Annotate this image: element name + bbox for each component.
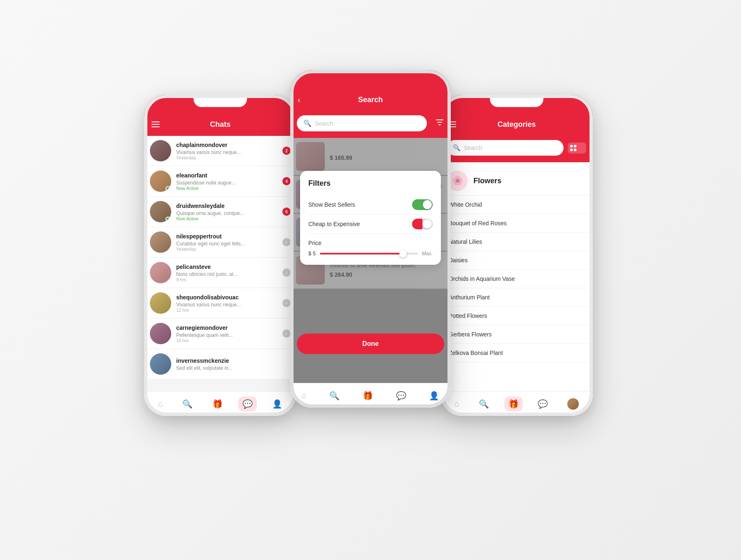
grid-dot [570, 145, 573, 147]
toggle-cheap[interactable] [412, 219, 433, 229]
back-icon[interactable]: ‹ [298, 95, 301, 105]
cat-list-item[interactable]: Anthurium Plant [440, 288, 593, 307]
hamburger-icon[interactable] [151, 121, 160, 127]
chat-item[interactable]: pelicansteve Nunc ultricies nisl justo, … [144, 258, 296, 287]
category-list[interactable]: White Orchid Bouquet of Red Roses Natura… [440, 196, 593, 391]
chat-preview: Suspendisse nulla augue... [176, 180, 277, 186]
search-header: ‹ Search [290, 88, 451, 111]
phone-right: Categories 🔍 Search [440, 95, 593, 416]
chat-time: Yesterday [176, 155, 277, 160]
filter-row-bestsellers: Show Best Sellers [308, 195, 433, 215]
chat-name: invernessmckenzie [176, 357, 291, 364]
toggle-bestsellers[interactable] [412, 199, 433, 210]
nav-profile[interactable]: 👤 [268, 397, 287, 411]
home-icon: ⌂ [158, 399, 163, 408]
filter-button[interactable] [431, 118, 444, 129]
nav-search-right[interactable]: 🔍 [475, 397, 493, 411]
gift-icon: 🎁 [212, 399, 223, 409]
chat-item[interactable]: nilespeppertrout Curabitur eget nunc ege… [144, 227, 296, 257]
chat-name: druidwensleydale [176, 203, 277, 209]
chat-badge: 2 [282, 147, 291, 155]
nav-home-right[interactable]: ⌂ [450, 397, 463, 411]
chat-preview: Nunc ultricies nisl justo, at... [176, 271, 277, 277]
chats-screen: Chats chaplainmondover Vivamus varius nu… [144, 95, 296, 416]
product-list-area: $ 165.99 Fusce blandit ligula nibn crash… [290, 138, 451, 383]
nav-home-icon[interactable]: ⌂ [302, 391, 307, 400]
nav-home[interactable]: ⌂ [154, 397, 167, 411]
gift-icon: 🎁 [508, 399, 519, 409]
cat-search-area: 🔍 Search [440, 136, 593, 162]
nav-search[interactable]: 🔍 [178, 397, 197, 411]
chat-time: 9 hrs [176, 277, 277, 282]
cat-list-item[interactable]: Gerbera Flowers [440, 325, 593, 344]
chat-badge: 6 [282, 208, 291, 216]
filter-popup: Filters Show Best Sellers Cheap to Expen… [300, 171, 441, 265]
filter-label-bestsellers: Show Best Sellers [308, 201, 355, 208]
cat-list-item[interactable]: Orchids in Aquarium Vase [440, 270, 593, 288]
profile-avatar [567, 398, 579, 410]
grid-dot [574, 149, 576, 151]
filter-label-cheap: Cheap to Expensive [308, 221, 360, 227]
chat-list[interactable]: chaplainmondover Vivamus varius nunc neq… [144, 136, 296, 391]
avatar [150, 262, 171, 283]
nav-chat-right[interactable]: 💬 [534, 397, 552, 411]
chat-badge-gray: ✓ [282, 299, 291, 307]
cat-list-item[interactable]: Bouquet of Red Roses [440, 214, 593, 233]
grid-view-button[interactable] [568, 142, 586, 154]
nav-search-icon[interactable]: 🔍 [329, 391, 340, 401]
price-slider[interactable] [320, 253, 418, 254]
toggle-thumb [423, 219, 432, 229]
nav-gift-icon[interactable]: 🎁 [363, 391, 373, 401]
search-title: Search [358, 96, 383, 104]
cat-list-item[interactable]: Potted Flowers [440, 307, 593, 325]
search-input[interactable]: Search [315, 120, 420, 127]
chat-item[interactable]: carnegiemondover Pellentesque quam velit… [144, 319, 296, 348]
chat-time: 14 hrs [176, 338, 277, 343]
cat-list-item[interactable]: Daisies [440, 251, 593, 270]
cat-search-bar[interactable]: 🔍 Search [447, 140, 564, 156]
online-indicator [165, 186, 170, 191]
chat-icon: 💬 [242, 399, 253, 409]
chat-preview: Vivamus varius nunc neque... [176, 302, 277, 308]
avatar [150, 292, 171, 314]
price-min: $ 5 [308, 250, 316, 257]
avatar [150, 323, 171, 344]
done-button[interactable]: Done [297, 334, 444, 354]
chat-info: nilespeppertrout Curabitur eget nunc ege… [176, 233, 277, 252]
chat-preview: Pellentesque quam velit... [176, 332, 277, 338]
nav-gift[interactable]: 🎁 [208, 397, 227, 411]
chats-header: Chats [144, 113, 296, 136]
chat-item[interactable]: chaplainmondover Vivamus varius nunc neq… [144, 136, 296, 166]
chat-name: shequondolisabivouac [176, 294, 277, 301]
categories-screen: Categories 🔍 Search [440, 95, 593, 416]
chat-item[interactable]: eleanorfant Suspendisse nulla augue... N… [144, 166, 296, 196]
chat-info: pelicansteve Nunc ultricies nisl justo, … [176, 264, 277, 282]
cat-list-item[interactable]: Natural Lilies [440, 233, 593, 251]
category-header: 🌸 Flowers [440, 162, 593, 196]
cat-list-item[interactable]: Zelkova Bonsai Plant [440, 344, 593, 362]
bottom-nav-center: ⌂ 🔍 🎁 💬 👤 [290, 383, 451, 408]
cat-search-placeholder: Search [464, 145, 558, 151]
nav-profile-icon[interactable]: 👤 [429, 391, 439, 401]
search-icon: 🔍 [182, 399, 193, 409]
nav-chat-icon[interactable]: 💬 [396, 391, 406, 401]
chat-item[interactable]: shequondolisabivouac Vivamus varius nunc… [144, 288, 296, 318]
search-bar[interactable]: 🔍 Search [297, 115, 427, 131]
nav-gift-right[interactable]: 🎁 [504, 397, 523, 411]
chat-item[interactable]: druidwensleydale Quisque urna augue, con… [144, 197, 296, 226]
chat-preview: Sed elit elit, vulputate in... [176, 365, 291, 371]
flower-icon: 🌸 [452, 175, 463, 186]
chat-time: 12 hrs [176, 308, 277, 313]
cat-search-icon: 🔍 [453, 144, 461, 152]
chat-badge-gray: ✓ [282, 329, 291, 338]
cat-list-item[interactable]: White Orchid [440, 196, 593, 214]
chat-item[interactable]: invernessmckenzie Sed elit elit, vulputa… [144, 349, 296, 379]
slider-thumb [399, 250, 407, 257]
online-indicator [165, 217, 170, 222]
nav-profile-right[interactable] [563, 396, 583, 412]
category-name: Flowers [473, 177, 501, 185]
home-icon: ⌂ [454, 399, 459, 408]
search-screen: ‹ Search 🔍 Search [290, 70, 451, 408]
nav-chat[interactable]: 💬 [238, 397, 257, 411]
avatar [150, 140, 171, 161]
